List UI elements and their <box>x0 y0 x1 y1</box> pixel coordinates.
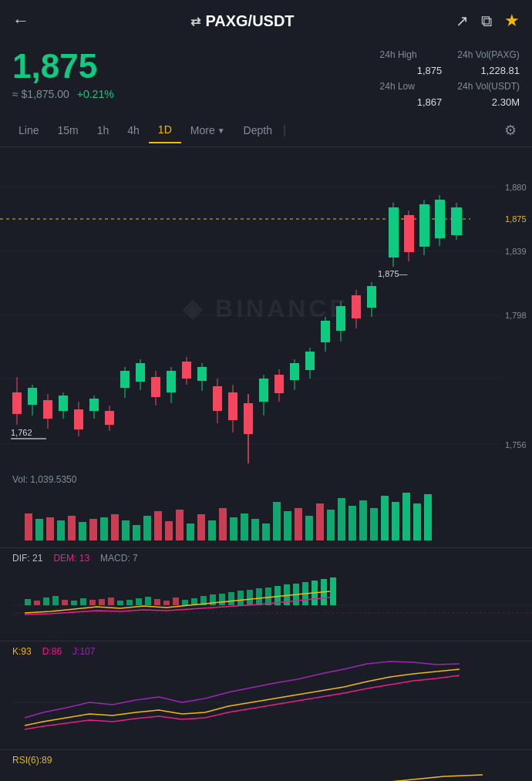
svg-rect-123 <box>99 599 105 605</box>
svg-rect-137 <box>228 592 234 605</box>
dif-value: 21 <box>32 553 42 564</box>
tab-more[interactable]: More ▼ <box>181 118 234 143</box>
tab-4h[interactable]: 4h <box>118 118 149 143</box>
svg-rect-48 <box>259 379 268 402</box>
svg-rect-88 <box>165 521 173 540</box>
dem-label: DEM: 13 <box>53 553 89 564</box>
svg-rect-30 <box>120 371 130 388</box>
share-icon[interactable]: ↗ <box>456 12 469 30</box>
svg-rect-141 <box>265 587 271 605</box>
header-icons: ↗ ⧉ ★ <box>456 11 520 31</box>
svg-text:1,839: 1,839 <box>505 247 527 256</box>
svg-rect-69 <box>419 204 429 247</box>
vol-paxg-value: 1,228.81 <box>457 65 520 76</box>
volume-section: Vol: 1,039.5350 <box>0 471 532 547</box>
svg-rect-22 <box>74 409 83 429</box>
svg-rect-92 <box>208 520 216 540</box>
svg-rect-121 <box>80 598 86 605</box>
svg-rect-86 <box>143 516 151 540</box>
svg-rect-36 <box>167 371 176 392</box>
main-price: 1,875 <box>12 49 114 83</box>
price-usd: ≈ $1,875.00 +0.21% <box>12 88 114 100</box>
tab-line[interactable]: Line <box>9 118 48 143</box>
vol-usdt-value: 2.30M <box>457 96 520 108</box>
j-label: J:107 <box>72 646 95 657</box>
svg-rect-124 <box>108 598 114 605</box>
svg-rect-80 <box>79 522 86 540</box>
svg-text:1,756: 1,756 <box>505 440 527 449</box>
svg-rect-91 <box>197 514 205 540</box>
copy-icon[interactable]: ⧉ <box>481 12 492 30</box>
price-change: +0.21% <box>77 88 114 100</box>
tab-15m[interactable]: 15m <box>48 118 87 143</box>
svg-rect-38 <box>182 362 191 379</box>
macd-chart <box>12 567 532 636</box>
svg-text:1,798: 1,798 <box>505 311 527 320</box>
svg-rect-128 <box>145 597 151 605</box>
dem-value: 13 <box>79 553 89 564</box>
svg-rect-117 <box>43 598 49 605</box>
svg-text:1,762: 1,762 <box>11 428 32 437</box>
favorite-icon[interactable]: ★ <box>504 11 520 31</box>
price-stats: 24h High 24h Vol(PAXG) 1,875 1,228.81 24… <box>380 49 520 108</box>
svg-rect-102 <box>316 503 324 540</box>
trading-pair-title: PAXG/USDT <box>205 12 294 30</box>
candlestick-chart: 1,880 1,839 1,798 1,756 1,875 ◈ BINANCE <box>0 147 532 471</box>
svg-rect-81 <box>89 519 97 540</box>
svg-rect-118 <box>52 596 59 605</box>
rsi-section: RSI(6):89 <box>0 749 532 781</box>
svg-rect-58 <box>336 306 345 331</box>
svg-rect-101 <box>305 516 313 540</box>
svg-rect-42 <box>213 386 222 411</box>
svg-rect-67 <box>404 215 414 252</box>
svg-rect-40 <box>197 367 207 381</box>
low-value: 1,867 <box>380 96 443 108</box>
dif-label: DIF: 21 <box>12 553 42 564</box>
svg-rect-131 <box>173 598 179 605</box>
svg-rect-138 <box>237 591 244 605</box>
svg-rect-77 <box>46 517 54 540</box>
svg-rect-46 <box>244 403 253 434</box>
svg-rect-99 <box>284 511 291 540</box>
swap-icon: ⇄ <box>190 14 200 29</box>
svg-rect-126 <box>126 600 133 605</box>
svg-rect-129 <box>154 599 160 605</box>
svg-text:1,875: 1,875 <box>505 214 527 224</box>
svg-rect-97 <box>262 523 270 540</box>
svg-rect-136 <box>219 594 225 605</box>
svg-rect-111 <box>413 503 421 540</box>
svg-rect-90 <box>187 523 194 540</box>
svg-rect-32 <box>136 363 145 382</box>
svg-rect-54 <box>305 352 315 370</box>
svg-rect-116 <box>34 601 40 605</box>
svg-rect-100 <box>295 508 302 540</box>
svg-rect-44 <box>228 392 237 420</box>
svg-rect-125 <box>117 601 123 605</box>
tab-depth[interactable]: Depth <box>234 118 281 143</box>
svg-rect-82 <box>100 517 108 540</box>
tab-divider: | <box>283 123 286 137</box>
svg-rect-132 <box>182 600 188 605</box>
volume-label: Vol: 1,039.5350 <box>12 474 520 485</box>
chart-tabs: Line 15m 1h 4h 1D More ▼ Depth | ⚙ <box>0 114 532 147</box>
tab-1h[interactable]: 1h <box>88 118 119 143</box>
svg-rect-20 <box>59 396 68 411</box>
settings-icon[interactable]: ⚙ <box>498 117 523 143</box>
back-button[interactable]: ← <box>12 11 29 31</box>
svg-text:1,880: 1,880 <box>505 183 527 192</box>
low-label: 24h Low <box>380 81 443 92</box>
svg-rect-120 <box>71 601 77 605</box>
svg-text:◈ BINANCE: ◈ BINANCE <box>182 295 349 322</box>
svg-rect-96 <box>251 519 259 540</box>
rsi-labels: RSI(6):89 <box>12 752 520 769</box>
d-label: D:86 <box>42 646 62 657</box>
svg-rect-98 <box>273 502 281 540</box>
svg-rect-130 <box>163 601 170 605</box>
svg-rect-104 <box>338 498 345 540</box>
tab-1d[interactable]: 1D <box>149 117 181 143</box>
k-label: K:93 <box>12 646 32 657</box>
svg-rect-71 <box>435 200 445 238</box>
svg-rect-62 <box>367 286 376 308</box>
svg-rect-83 <box>111 514 119 540</box>
macd-section: DIF: 21 DEM: 13 MACD: 7 <box>0 547 532 641</box>
